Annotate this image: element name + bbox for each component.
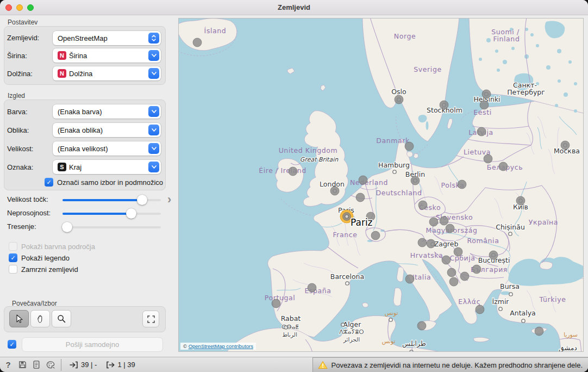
data-point[interactable] (440, 216, 448, 225)
slider-handle[interactable] (137, 195, 147, 205)
data-point[interactable] (482, 90, 491, 98)
data-point[interactable] (480, 101, 489, 109)
opacity-slider[interactable] (62, 213, 161, 215)
label-attr-select[interactable]: S Kraj (53, 160, 161, 174)
map-label: Italia (412, 273, 431, 281)
slider-handle[interactable] (126, 208, 136, 219)
visual-settings-icon[interactable] (43, 360, 58, 369)
map-view[interactable]: ÍslandNorgeSuomi /FinlandSverigeEestiLat… (178, 18, 584, 352)
send-automatically-button[interactable]: Pošlji samodejno (22, 337, 163, 352)
data-point[interactable] (272, 299, 280, 308)
group-label-postavitev: Postavitev (8, 18, 37, 26)
data-point[interactable] (489, 251, 498, 259)
map-label: İzmir (492, 297, 509, 306)
data-point[interactable] (477, 127, 486, 136)
data-point[interactable] (427, 239, 435, 248)
data-point[interactable] (405, 275, 414, 283)
data-point[interactable] (308, 283, 316, 292)
data-point[interactable] (289, 167, 297, 176)
data-point[interactable] (449, 277, 458, 286)
fit-to-view-button[interactable] (142, 311, 159, 327)
freeze-map-checkbox[interactable]: Zamrzni zemljevid (9, 265, 78, 274)
warning-triangle-icon (318, 361, 328, 369)
map-label: طرابلس (402, 339, 426, 348)
point-size-label: Velikost točk: (7, 195, 48, 203)
data-point[interactable] (454, 247, 462, 256)
pan-tool-button[interactable] (30, 310, 50, 327)
help-icon[interactable]: ? (1, 360, 15, 369)
data-point[interactable] (429, 218, 438, 226)
data-point[interactable] (472, 265, 481, 274)
data-point[interactable] (418, 201, 427, 209)
minimize-button[interactable] (16, 4, 23, 11)
data-point[interactable] (447, 268, 456, 277)
label-attr-label: Oznaka: (7, 163, 33, 171)
data-point[interactable] (460, 272, 469, 281)
map-label: Chișinău (496, 223, 525, 231)
zoom-window-button[interactable] (27, 4, 34, 11)
copyright-symbol: © (183, 343, 187, 349)
data-point[interactable] (446, 224, 454, 233)
data-point[interactable] (330, 187, 339, 195)
data-point[interactable] (516, 196, 525, 205)
data-point[interactable] (411, 176, 420, 185)
freeze-map-text: Zamrzni zemljevid (21, 265, 78, 274)
data-point[interactable] (356, 193, 365, 202)
show-legend-checkbox[interactable]: ✓ Pokaži legendo (9, 253, 70, 262)
data-point[interactable] (193, 38, 202, 47)
map-label: France (333, 231, 357, 239)
shape-select[interactable]: (Enaka oblika) (53, 123, 161, 137)
map-label: سوريا (564, 331, 577, 338)
report-icon[interactable] (29, 360, 43, 369)
data-point[interactable] (535, 327, 543, 336)
longitude-select[interactable]: N Dolžina (53, 66, 161, 80)
send-auto-checkbox[interactable]: ✓ (8, 340, 16, 349)
data-point[interactable] (395, 95, 403, 104)
data-point[interactable] (484, 154, 492, 163)
magnifier-icon (56, 313, 67, 324)
jitter-row: Tresenje: (0, 222, 168, 233)
zoom-tool-button[interactable] (52, 310, 71, 327)
close-button[interactable] (5, 4, 12, 11)
map-label: الرباط (282, 331, 297, 338)
data-point[interactable] (442, 256, 451, 264)
map-canvas[interactable]: ÍslandNorgeSuomi /FinlandSverigeEestiLat… (179, 18, 584, 352)
data-point[interactable] (417, 321, 426, 330)
shape-label: Oblika: (7, 126, 29, 134)
input-summary: 39 | - (69, 360, 97, 370)
show-color-regions-text: Pokaži barvna področja (21, 243, 95, 251)
data-point[interactable] (476, 305, 484, 314)
collapse-panel-chevron[interactable]: › (167, 193, 171, 207)
save-icon[interactable] (15, 360, 29, 369)
osm-contributors-link[interactable]: OpenStreetMap contributors (189, 343, 253, 349)
latitude-select[interactable]: N Širina (53, 48, 161, 63)
select-tool-button[interactable] (9, 310, 29, 327)
checkbox-checked-icon: ✓ (9, 253, 17, 262)
point-size-row: Velikost točk: (0, 195, 168, 206)
map-label: Finland (493, 35, 520, 43)
slider-handle[interactable] (62, 222, 72, 232)
data-point[interactable] (499, 162, 508, 171)
input-arrow-icon (69, 360, 79, 370)
map-label: Україна (529, 218, 558, 226)
data-point[interactable] (458, 180, 466, 189)
data-point[interactable] (371, 231, 380, 240)
size-select[interactable]: (Enaka velikost) (53, 141, 161, 156)
map-provider-select[interactable]: OpenStreetMap (53, 31, 161, 45)
map-label: Hamburg (378, 161, 410, 169)
jitter-slider[interactable] (62, 226, 161, 228)
town-marker-icon (499, 307, 502, 311)
color-select[interactable]: (Enaka barva) (53, 104, 161, 119)
data-point[interactable] (405, 142, 414, 151)
label-selection-checkbox[interactable]: ✓ Označi samo izbor in podmnožico (45, 178, 163, 187)
map-label: ⴷⵣⴰⵢⴻⵔ (339, 328, 364, 335)
point-size-slider[interactable] (62, 199, 161, 201)
data-point[interactable] (440, 101, 448, 109)
checkbox-checked-icon: ✓ (8, 340, 16, 349)
map-label: Éire / Ireland (259, 166, 306, 175)
data-point[interactable] (561, 141, 570, 150)
output-summary: 1 | 39 (105, 360, 135, 370)
town-marker-icon (410, 350, 413, 352)
data-point[interactable] (359, 176, 367, 184)
data-point[interactable] (418, 238, 427, 247)
